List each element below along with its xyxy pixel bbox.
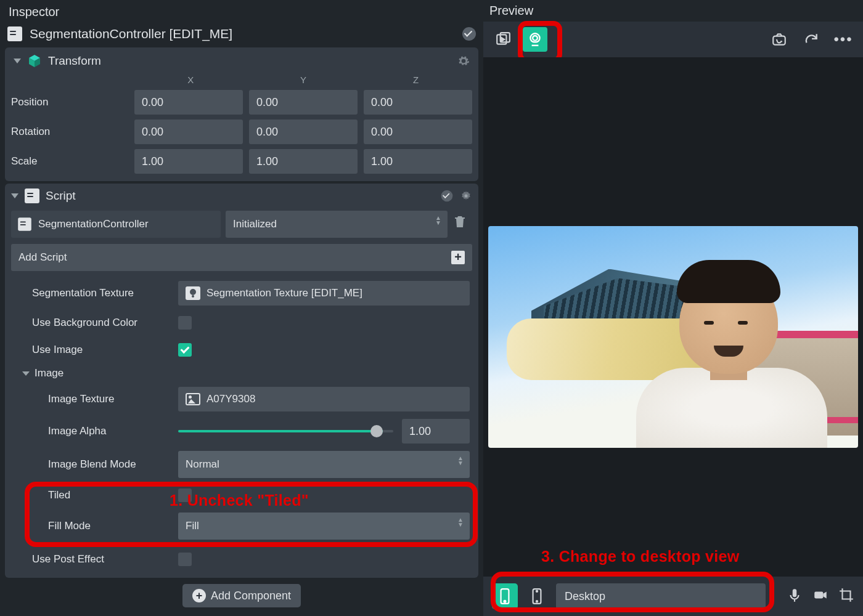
svg-rect-11	[793, 589, 797, 597]
object-icon	[7, 26, 22, 41]
image-texture-field[interactable]: A07Y9308	[178, 387, 470, 411]
rotation-z-input[interactable]	[364, 120, 472, 144]
transform-icon	[27, 54, 42, 68]
preview-toolbar: •••	[483, 22, 863, 57]
inspector-panel: Inspector SegmentationController [EDIT_M…	[0, 0, 483, 616]
gear-icon[interactable]	[460, 190, 472, 202]
preview-panel: Preview ••• 2. Click on Camera	[483, 0, 863, 616]
refresh-button[interactable]	[799, 27, 824, 52]
gear-icon[interactable]	[457, 55, 470, 67]
delete-script-button[interactable]	[452, 214, 472, 234]
image-alpha-slider[interactable]	[178, 430, 393, 432]
slider-knob[interactable]	[370, 425, 383, 437]
fill-mode-label: Fill Mode	[48, 520, 171, 532]
rotation-label: Rotation	[11, 126, 128, 138]
tiled-checkbox[interactable]	[178, 488, 192, 502]
blend-mode-label: Image Blend Mode	[48, 458, 171, 471]
inspector-title: Inspector	[5, 0, 478, 23]
seg-texture-label: Segmentation Texture	[32, 287, 171, 299]
add-component-button[interactable]: + Add Component	[182, 584, 301, 607]
image-alpha-input[interactable]	[402, 419, 470, 444]
device-portrait-button[interactable]	[492, 583, 518, 609]
script-title: Script	[46, 189, 76, 203]
collapse-icon[interactable]	[22, 371, 30, 376]
use-image-label: Use Image	[32, 344, 171, 356]
scale-x-input[interactable]	[134, 149, 243, 174]
preview-image	[488, 226, 858, 448]
plus-icon: +	[451, 251, 465, 264]
post-effect-checkbox[interactable]	[178, 553, 192, 566]
scale-z-input[interactable]	[364, 149, 472, 174]
use-bg-label: Use Background Color	[32, 317, 171, 329]
collapse-icon[interactable]	[14, 59, 21, 63]
script-name-text: SegmentationController	[38, 218, 149, 230]
fill-mode-value: Fill	[186, 520, 199, 532]
plus-circle-icon: +	[192, 589, 206, 602]
post-effect-label: Use Post Effect	[32, 553, 171, 565]
position-label: Position	[11, 96, 128, 108]
device-value: Desktop	[565, 590, 605, 603]
preview-bottom-bar: Desktop	[483, 577, 863, 616]
mic-button[interactable]	[787, 587, 803, 606]
image-icon	[186, 393, 200, 405]
scale-y-input[interactable]	[249, 149, 358, 174]
axis-x-label: X	[134, 75, 247, 85]
add-script-label: Add Script	[18, 251, 67, 264]
chevron-updown-icon: ▲▼	[435, 216, 441, 225]
transform-title: Transform	[48, 54, 101, 68]
axis-z-label: Z	[359, 75, 472, 85]
blend-mode-dropdown[interactable]: Normal ▲▼	[178, 451, 470, 478]
seg-texture-field[interactable]: Segmentation Texture [EDIT_ME]	[178, 281, 470, 306]
device-dropdown[interactable]: Desktop	[556, 583, 766, 609]
object-name: SegmentationController [EDIT_ME]	[30, 26, 232, 41]
add-script-button[interactable]: Add Script +	[11, 244, 472, 271]
scale-label: Scale	[11, 155, 128, 168]
script-enabled-toggle[interactable]	[441, 190, 453, 202]
image-texture-value: A07Y9308	[207, 393, 255, 405]
more-button[interactable]: •••	[831, 27, 856, 52]
preview-stage	[483, 57, 863, 616]
device-landscape-button[interactable]	[524, 583, 550, 609]
svg-point-7	[504, 601, 506, 602]
image-subsection-label: Image	[35, 367, 63, 379]
svg-point-9	[536, 591, 538, 592]
script-file-icon	[18, 217, 31, 231]
capture-button[interactable]	[491, 27, 515, 52]
object-enabled-toggle[interactable]	[462, 27, 476, 41]
blend-mode-value: Normal	[186, 458, 219, 471]
use-bg-checkbox[interactable]	[178, 316, 192, 330]
script-section: Script SegmentationController Initialize…	[5, 184, 478, 578]
position-y-input[interactable]	[249, 90, 358, 115]
use-image-checkbox[interactable]	[178, 343, 192, 357]
image-texture-label: Image Texture	[48, 393, 171, 405]
svg-point-10	[536, 601, 538, 602]
swap-camera-button[interactable]	[767, 27, 791, 52]
svg-rect-12	[814, 591, 823, 598]
video-button[interactable]	[812, 587, 828, 606]
dots-icon: •••	[833, 31, 853, 48]
crop-button[interactable]	[838, 587, 854, 606]
chevron-updown-icon: ▲▼	[457, 517, 464, 527]
transform-section: Transform X Y Z Position Rotation	[5, 47, 478, 181]
fill-mode-dropdown[interactable]: Fill ▲▼	[178, 513, 470, 540]
script-icon	[25, 188, 39, 203]
add-component-label: Add Component	[211, 590, 291, 602]
tiled-label: Tiled	[48, 489, 171, 501]
script-state-text: Initialized	[233, 218, 277, 230]
camera-button[interactable]	[523, 27, 547, 52]
texture-icon	[186, 286, 200, 300]
chevron-updown-icon: ▲▼	[457, 456, 464, 466]
position-x-input[interactable]	[134, 90, 243, 115]
script-state-dropdown[interactable]: Initialized ▲▼	[226, 211, 448, 238]
rotation-y-input[interactable]	[249, 120, 358, 144]
svg-rect-5	[773, 36, 785, 45]
position-z-input[interactable]	[364, 90, 472, 115]
object-header: SegmentationController [EDIT_ME]	[5, 23, 478, 47]
axis-y-label: Y	[247, 75, 360, 85]
rotation-x-input[interactable]	[134, 120, 243, 144]
script-name-field[interactable]: SegmentationController	[11, 211, 221, 238]
collapse-icon[interactable]	[11, 193, 18, 198]
person-cutout	[636, 269, 827, 448]
seg-texture-value: Segmentation Texture [EDIT_ME]	[207, 287, 362, 299]
svg-marker-3	[501, 38, 504, 42]
